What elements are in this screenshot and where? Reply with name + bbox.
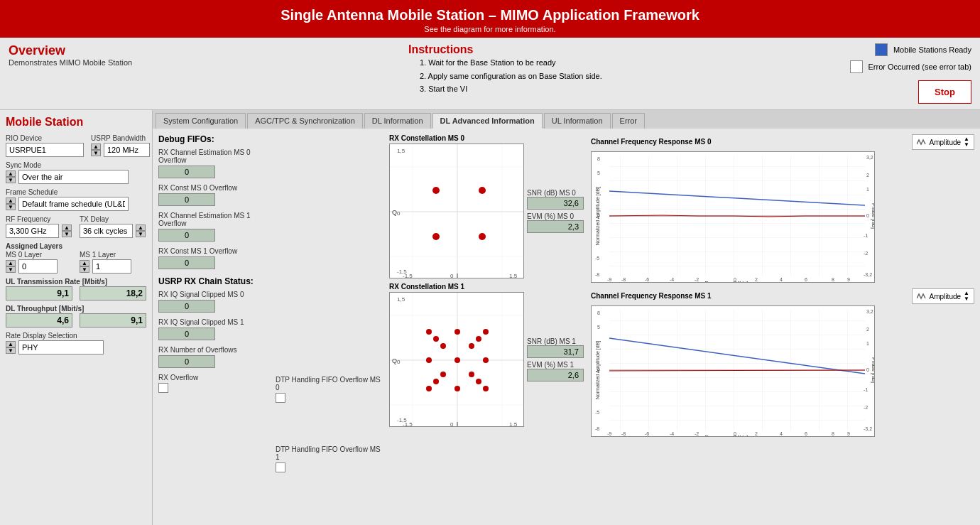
spin-up-icon[interactable]: ▲: [6, 171, 16, 177]
ms1-layer-input[interactable]: [92, 259, 131, 274]
overview-title: Overview: [9, 43, 132, 58]
tab-agc-tpc[interactable]: AGC/TPC & Synchronization: [247, 113, 363, 129]
dtp-checkbox-0[interactable]: [276, 393, 285, 403]
rate-display-label: Rate Display Selection: [6, 332, 146, 340]
tab-error[interactable]: Error: [612, 113, 645, 129]
spin-up-icon[interactable]: ▲: [136, 224, 146, 231]
debug-item-3: RX Const MS 1 Overflow 0: [158, 247, 268, 269]
ms0-layer-label: MS 0 Layer: [6, 251, 72, 259]
tx-delay-label: TX Delay: [80, 215, 146, 223]
amp-down-icon[interactable]: ▼: [964, 142, 969, 148]
assigned-layers-label: Assigned Layers: [6, 242, 146, 250]
amplitude-selector-ms1[interactable]: Amplitude ▲ ▼: [912, 288, 974, 304]
svg-text:-2: -2: [695, 277, 699, 282]
debug-value-0: 0: [158, 166, 215, 178]
rio-device-input[interactable]: [6, 143, 84, 157]
spin-up-icon[interactable]: ▲: [80, 260, 89, 266]
dtp-checkbox-1[interactable]: [276, 462, 285, 472]
spin-up-icon[interactable]: ▲: [6, 197, 16, 204]
svg-text:Q: Q: [392, 357, 397, 364]
spin-up-icon[interactable]: ▲: [6, 341, 16, 347]
spin-down-icon[interactable]: ▼: [136, 231, 146, 237]
spin-down-icon[interactable]: ▼: [6, 347, 16, 354]
tab-dl-information[interactable]: DL Information: [364, 113, 431, 129]
usrp-bandwidth-input[interactable]: [104, 143, 150, 157]
svg-point-42: [469, 343, 474, 349]
left-panel: Mobile Station RIO Device USRP Bandwidth…: [0, 110, 153, 525]
rf-frequency-input[interactable]: [6, 224, 59, 238]
svg-text:1: 1: [866, 187, 869, 192]
const-ms1-plot: I Q 1,5 0 -1,5 -1,5 0 1,5: [389, 292, 524, 427]
evm-ms1-label: EVM (%) MS 1: [527, 361, 584, 369]
tab-bar: System Configuration AGC/TPC & Synchroni…: [153, 110, 980, 129]
rate-display-spinner[interactable]: ▲ ▼: [6, 341, 16, 354]
sync-mode-input[interactable]: [18, 170, 129, 184]
tx-delay-spinner[interactable]: ▲ ▼: [136, 224, 146, 237]
svg-text:2: 2: [755, 277, 758, 282]
amp-ms1-down-icon[interactable]: ▼: [964, 296, 969, 302]
usrp-label-2: RX Number of Overflows: [158, 346, 268, 354]
error-occurred-row: Error Occurred (see error tab): [850, 60, 971, 73]
spin-down-icon[interactable]: ▼: [62, 231, 72, 237]
usrp-bandwidth-spinner[interactable]: ▲ ▼: [91, 144, 101, 156]
instructions-list: 1. Wait for the Base Station to be ready…: [420, 56, 602, 96]
svg-text:-1: -1: [864, 387, 868, 392]
rx-overflow-checkbox[interactable]: [158, 383, 168, 393]
rate-display-group: Rate Display Selection ▲ ▼: [6, 332, 146, 354]
snr-evm-ms1: SNR (dB) MS 1 31,7 EVM (%) MS 1 2,6: [527, 337, 584, 381]
usrp-item-1: RX IQ Signal Clipped MS 1 0: [158, 318, 268, 340]
frame-schedule-label: Frame Schedule: [6, 188, 146, 196]
svg-point-36: [454, 357, 460, 363]
svg-point-47: [433, 379, 439, 384]
debug-fifos-section: Debug FIFOs: RX Channel Estimation MS 0 …: [158, 134, 268, 478]
debug-value-3: 0: [158, 256, 215, 269]
svg-point-44: [469, 372, 474, 377]
amplitude-selector-ms0[interactable]: Amplitude ▲ ▼: [912, 134, 974, 150]
svg-text:9: 9: [847, 431, 850, 436]
svg-text:0: 0: [397, 359, 401, 365]
svg-text:-3,2: -3,2: [864, 426, 872, 431]
spin-down-icon[interactable]: ▼: [6, 266, 16, 273]
const-ms0-section: RX Constellation MS 0: [389, 134, 584, 278]
spin-down-icon[interactable]: ▼: [6, 177, 16, 183]
rio-device-label: RIO Device: [6, 134, 84, 142]
freq-ms1-section: Channel Frequency Response MS 1 Amplitud…: [591, 288, 974, 438]
ms1-layer-spinner[interactable]: ▲ ▼: [80, 260, 89, 273]
sync-mode-spinner[interactable]: ▲ ▼: [6, 171, 16, 183]
const-ms0-title: RX Constellation MS 0: [389, 134, 584, 142]
svg-text:2: 2: [866, 173, 869, 178]
spin-up-icon[interactable]: ▲: [62, 224, 72, 231]
tab-ul-information[interactable]: UL Information: [544, 113, 611, 129]
svg-text:1,5: 1,5: [509, 273, 518, 278]
svg-text:-5: -5: [595, 256, 599, 261]
svg-text:-9: -9: [607, 277, 611, 282]
stop-button[interactable]: Stop: [918, 80, 971, 104]
snr-ms0-label: SNR (dB) MS 0: [527, 189, 584, 197]
tab-system-configuration[interactable]: System Configuration: [156, 113, 246, 129]
tab-dl-advanced-information[interactable]: DL Advanced Information: [432, 113, 543, 129]
spin-down-icon[interactable]: ▼: [6, 204, 16, 210]
svg-text:2: 2: [866, 327, 869, 332]
rate-display-input[interactable]: [18, 340, 104, 354]
ms1-layer-label: MS 1 Layer: [80, 251, 146, 259]
frame-schedule-input[interactable]: [18, 197, 129, 211]
svg-text:8: 8: [832, 431, 834, 436]
dtp-label-1: DTP Handling FIFO Overflow MS 1: [276, 445, 382, 461]
error-occurred-label: Error Occurred (see error tab): [869, 63, 971, 71]
svg-text:0: 0: [450, 421, 454, 427]
debug-item-1: RX Const MS 0 Overflow 0: [158, 184, 268, 206]
ul-rate-0-value: 9,1: [6, 286, 72, 301]
tx-delay-input[interactable]: [80, 224, 133, 238]
frame-schedule-spinner[interactable]: ▲ ▼: [6, 197, 16, 210]
freq-ms1-title: Channel Frequency Response MS 1: [591, 292, 712, 300]
svg-text:-2: -2: [695, 431, 699, 436]
rf-frequency-spinner[interactable]: ▲ ▼: [62, 224, 72, 237]
ms0-layer-spinner[interactable]: ▲ ▼: [6, 260, 16, 273]
spin-up-icon[interactable]: ▲: [6, 260, 16, 266]
ms0-layer-input[interactable]: [18, 259, 58, 274]
spin-down-icon[interactable]: ▼: [80, 266, 89, 273]
spin-down-icon[interactable]: ▼: [91, 150, 101, 156]
evm-ms0-value: 2,3: [527, 220, 584, 233]
debug-label-3: RX Const MS 1 Overflow: [158, 247, 268, 255]
spin-up-icon[interactable]: ▲: [91, 144, 101, 150]
